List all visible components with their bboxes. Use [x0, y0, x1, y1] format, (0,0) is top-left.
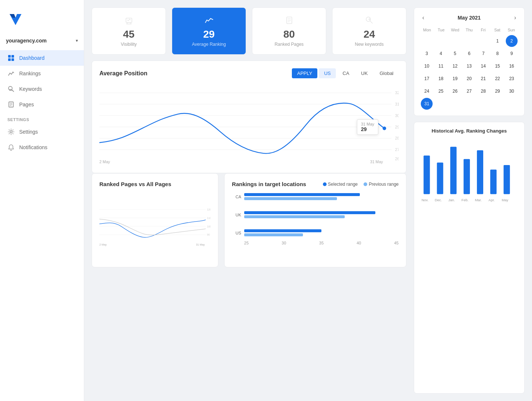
- svg-rect-2: [8, 55, 11, 58]
- calendar-day[interactable]: 17: [421, 73, 433, 85]
- calendar-day[interactable]: 25: [435, 85, 447, 97]
- stat-card-new-keywords[interactable]: 24 New keywords: [332, 7, 406, 55]
- calendar-day[interactable]: 26: [449, 85, 461, 97]
- bar-label-us: US: [232, 231, 241, 235]
- calendar-card: ‹ May 2021 › Mon Tue Wed Thu Fri Sat Sun…: [414, 7, 525, 116]
- calendar-day[interactable]: 5: [449, 48, 461, 59]
- day-mon: Mon: [420, 26, 434, 34]
- calendar-day[interactable]: 9: [506, 48, 518, 59]
- hist-bar-may: [504, 165, 510, 194]
- chart-tooltip: 31 May 29: [357, 119, 378, 135]
- day-thu: Thu: [462, 26, 476, 34]
- agency-selector[interactable]: youragency.com ▾: [0, 35, 84, 47]
- visibility-value: 45: [123, 28, 134, 40]
- legend-previous-label: Previous range: [369, 182, 399, 187]
- ranked-pages-chart-area: 120 110 100 90 2 May 31 May: [99, 193, 211, 260]
- filter-global[interactable]: Global: [374, 68, 399, 78]
- calendar-next-button[interactable]: ›: [512, 14, 518, 22]
- calendar-day: [477, 35, 489, 47]
- calendar-day: [449, 35, 461, 47]
- svg-text:Mar.: Mar.: [475, 198, 481, 202]
- calendar-day[interactable]: 23: [506, 73, 518, 85]
- calendar-day: [421, 35, 433, 47]
- calendar-day[interactable]: 10: [421, 60, 433, 72]
- rankings-locations-title: Rankings in target locations: [232, 181, 306, 187]
- settings-icon: [7, 128, 15, 135]
- calendar-day[interactable]: 2: [506, 35, 518, 47]
- calendar-day[interactable]: 31: [421, 98, 433, 110]
- calendar-day[interactable]: 19: [449, 73, 461, 85]
- svg-text:30: 30: [395, 113, 399, 118]
- svg-text:31 May: 31 May: [370, 160, 383, 164]
- day-sun: Sun: [504, 26, 518, 34]
- svg-rect-4: [8, 58, 11, 61]
- calendar-day[interactable]: 8: [492, 48, 504, 59]
- calendar-day[interactable]: 28: [477, 85, 489, 97]
- calendar-day[interactable]: 6: [463, 48, 475, 59]
- bar-label-uk: UK: [232, 213, 241, 217]
- calendar-day[interactable]: 3: [421, 48, 433, 59]
- filter-uk[interactable]: UK: [356, 68, 373, 78]
- calendar-day: [477, 98, 489, 110]
- calendar-day[interactable]: 7: [477, 48, 489, 59]
- sidebar-item-rankings[interactable]: Rankings: [0, 66, 84, 81]
- calendar-day[interactable]: 15: [492, 60, 504, 72]
- stat-card-visibility[interactable]: 45 Visibility: [92, 7, 166, 55]
- bar-group-us: [244, 229, 399, 236]
- ca-selected-bar: [244, 193, 360, 196]
- svg-text:31 May: 31 May: [196, 243, 205, 246]
- calendar-day[interactable]: 20: [463, 73, 475, 85]
- day-wed: Wed: [448, 26, 462, 34]
- calendar-day[interactable]: 11: [435, 60, 447, 72]
- calendar-day[interactable]: 30: [506, 85, 518, 97]
- stats-row: 45 Visibility 29 Average Ranking: [92, 7, 406, 55]
- sidebar-item-notifications[interactable]: Notifications: [0, 140, 84, 155]
- agency-name: youragency.com: [6, 38, 76, 44]
- selected-range-dot: [323, 182, 327, 186]
- calendar-day[interactable]: 14: [477, 60, 489, 72]
- calendar-day[interactable]: 21: [477, 73, 489, 85]
- svg-text:110: 110: [207, 216, 211, 220]
- historical-chart-svg: Nov. Dec. Jan. Feb. Mar. Apr. May: [420, 138, 518, 205]
- svg-text:120: 120: [207, 208, 211, 211]
- filter-us[interactable]: US: [319, 68, 336, 78]
- calendar-day[interactable]: 16: [506, 60, 518, 72]
- sidebar-item-settings-label: Settings: [19, 129, 38, 135]
- calendar-day[interactable]: 29: [492, 85, 504, 97]
- calendar-day[interactable]: 1: [492, 35, 504, 47]
- svg-text:28: 28: [395, 136, 399, 141]
- app-logo: [7, 11, 24, 27]
- visibility-label: Visibility: [121, 42, 137, 47]
- calendar-day: [492, 98, 504, 110]
- day-fri: Fri: [476, 26, 490, 34]
- svg-line-24: [370, 21, 372, 24]
- new-keywords-icon: [364, 15, 375, 25]
- stat-card-ranked-pages[interactable]: 80 Ranked Pages: [252, 7, 326, 55]
- calendar-day[interactable]: 22: [492, 73, 504, 85]
- calendar-day[interactable]: 4: [435, 48, 447, 59]
- sidebar-item-settings[interactable]: Settings: [0, 124, 84, 140]
- calendar-prev-button[interactable]: ‹: [420, 14, 426, 22]
- sidebar-item-dashboard[interactable]: Dashboard: [0, 50, 84, 66]
- x-label-25: 25: [244, 241, 249, 245]
- sidebar-item-pages[interactable]: Pages: [0, 97, 84, 112]
- bell-icon: [7, 144, 15, 151]
- calendar-day[interactable]: 27: [463, 85, 475, 97]
- us-selected-bar: [244, 229, 321, 232]
- avg-position-svg: 32 31 30 29 28 27 26 2 May 31 May: [99, 84, 399, 165]
- calendar-day[interactable]: 24: [421, 85, 433, 97]
- new-keywords-value: 24: [364, 28, 375, 40]
- chart-area: 32 31 30 29 28 27 26 2 May 31 May: [99, 84, 399, 165]
- filter-ca[interactable]: CA: [337, 68, 354, 78]
- calendar-day[interactable]: 12: [449, 60, 461, 72]
- stat-card-average-ranking[interactable]: 29 Average Ranking: [172, 7, 246, 55]
- avg-ranking-value: 29: [203, 28, 215, 40]
- apply-button[interactable]: APPLY: [292, 68, 317, 78]
- sidebar-item-keywords[interactable]: Keywords: [0, 81, 84, 97]
- ranked-pages-icon: [284, 15, 294, 25]
- calendar-day[interactable]: 13: [463, 60, 475, 72]
- chart-filters: APPLY US CA UK Global: [292, 68, 399, 78]
- bar-group-uk: [244, 211, 399, 218]
- calendar-day[interactable]: 18: [435, 73, 447, 85]
- day-sat: Sat: [490, 26, 504, 34]
